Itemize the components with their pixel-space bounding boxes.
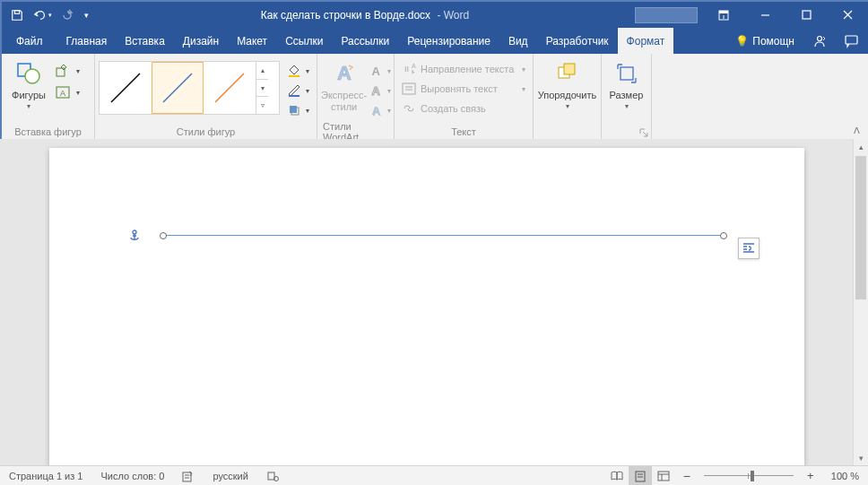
chevron-down-icon: ▾ [566,102,569,110]
text-direction-icon: IIA [402,62,416,76]
scroll-down-icon[interactable]: ▾ [854,450,868,465]
text-effects-icon: A▾ [367,100,393,120]
document-scroll[interactable] [1,139,853,465]
group-arrange: Упорядочить ▾ [534,54,602,140]
title-bar: ▾ ▾ Как сделать строчки в Ворде.docx - W… [2,2,868,28]
status-proofing[interactable] [173,466,204,485]
tab-file[interactable]: Файл [2,28,57,54]
tab-insert[interactable]: Вставка [116,28,174,54]
tab-mailings[interactable]: Рассылки [332,28,398,54]
status-language[interactable]: русский [204,466,256,485]
shapes-icon [14,59,43,88]
svg-line-13 [215,74,244,102]
zoom-in-icon[interactable]: + [799,466,822,486]
zoom-slider[interactable] [704,466,794,486]
resize-handle-left[interactable] [160,232,167,239]
tab-review[interactable]: Рецензирование [398,28,499,54]
tab-home[interactable]: Главная [57,28,117,54]
gallery-more-icon[interactable]: ▿ [256,97,268,114]
vertical-scrollbar[interactable]: ▴ ▾ [853,139,868,465]
group-label-size [602,124,651,140]
shape-style-1[interactable] [100,62,152,114]
arrange-button[interactable]: Упорядочить ▾ [537,57,597,122]
maximize-icon[interactable] [786,2,827,28]
shape-effects-icon[interactable]: ▾ [283,100,313,120]
web-layout-icon[interactable] [652,466,675,486]
size-button[interactable]: Размер ▾ [605,57,647,122]
svg-line-11 [111,74,140,102]
comments-icon[interactable] [836,28,868,54]
resize-handle-right[interactable] [720,232,727,239]
tab-design[interactable]: Дизайн [174,28,228,54]
scroll-track[interactable] [854,154,868,450]
scroll-up-icon[interactable]: ▴ [854,139,868,154]
chevron-down-icon: ▾ [27,102,30,110]
collapse-ribbon-icon[interactable]: ᐱ [849,123,864,138]
share-icon[interactable] [803,28,836,54]
zoom-level[interactable]: 100 % [822,466,868,485]
layout-options-icon[interactable] [738,238,760,259]
align-text-button: Выровнять текст▾ [398,79,529,99]
gallery-up-icon[interactable]: ▴ [256,62,268,80]
ribbon-tabs: Файл Главная Вставка Дизайн Макет Ссылки… [2,28,868,54]
shape-fill-icon[interactable]: ▾ [283,61,313,81]
minimize-icon[interactable] [744,2,786,28]
group-insert-shapes: Фигуры ▾ ▾ A▾ Вставка фигур [2,54,95,140]
svg-rect-24 [621,67,633,80]
svg-rect-30 [658,472,669,481]
tab-layout[interactable]: Макет [228,28,276,54]
close-icon[interactable] [827,2,868,28]
shapes-button[interactable]: Фигуры ▾ [5,57,52,122]
document-area: ▴ ▾ [1,139,868,465]
ribbon-display-options-icon[interactable] [703,2,744,28]
account-area[interactable] [635,7,698,23]
print-layout-icon[interactable] [629,466,652,486]
svg-point-25 [133,230,136,234]
status-words[interactable]: Число слов: 0 [91,466,173,485]
svg-rect-3 [803,11,811,19]
anchor-icon[interactable] [129,230,140,242]
selected-line-shape[interactable] [163,235,724,236]
tab-view[interactable]: Вид [499,28,537,54]
quick-styles-label: Экспресс- стили [321,90,367,113]
gallery-down-icon[interactable]: ▾ [256,80,268,98]
dialog-launcher-icon[interactable] [638,126,649,138]
tab-format[interactable]: Формат [618,28,674,54]
status-page[interactable]: Страница 1 из 1 [1,466,91,485]
shape-outline-icon[interactable]: ▾ [283,81,313,100]
read-mode-icon[interactable] [605,466,629,486]
group-shape-styles: ▴ ▾ ▿ ▾ ▾ ▾ Стили фигур [95,54,317,140]
tab-developer[interactable]: Разработчик [537,28,618,54]
shape-style-2[interactable] [152,62,204,114]
undo-icon[interactable]: ▾ [30,4,54,26]
status-macro[interactable] [257,466,288,485]
size-icon [612,59,641,88]
shape-style-3[interactable] [204,62,256,114]
status-bar: Страница 1 из 1 Число слов: 0 русский − … [1,465,868,485]
create-link-button: Создать связь [398,99,529,118]
zoom-out-icon[interactable]: − [675,466,699,486]
text-outline-icon: A▾ [367,81,393,100]
chevron-down-icon: ▾ [625,102,629,110]
tab-references[interactable]: Ссылки [276,28,332,54]
text-box-icon[interactable]: A▾ [54,82,82,102]
redo-icon[interactable] [56,4,79,26]
group-label-wordart: Стили WordArt [317,124,394,140]
qat-customize-icon[interactable]: ▾ [81,4,91,26]
macro-record-icon [266,470,279,482]
shape-style-gallery: ▴ ▾ ▿ [99,61,280,115]
group-wordart-styles: A Экспресс- стили A▾ A▾ A▾ Стили WordArt [317,54,395,140]
tell-me[interactable]: 💡Помощн [726,28,803,54]
svg-line-12 [163,74,192,102]
svg-rect-16 [290,106,297,113]
link-icon [402,101,416,116]
svg-point-7 [25,69,39,83]
scroll-thumb[interactable] [855,156,866,299]
edit-shape-icon[interactable]: ▾ [54,61,82,81]
page[interactable] [49,148,804,465]
quick-styles-button[interactable]: A Экспресс- стили [321,57,367,122]
svg-rect-26 [183,472,191,481]
text-direction-button: IIAНаправление текста▾ [398,59,529,79]
save-icon[interactable] [5,4,29,26]
zoom-knob[interactable] [751,471,754,481]
